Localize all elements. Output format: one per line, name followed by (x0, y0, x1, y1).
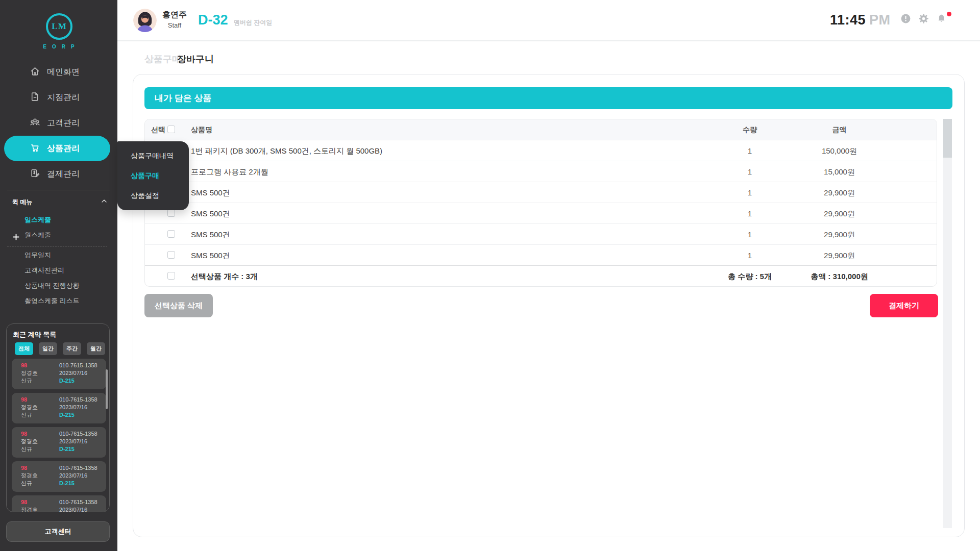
product-name: SMS 500건 (191, 203, 230, 224)
product-price: 29,900원 (792, 203, 887, 224)
sidebar-item-label: 지점관리 (47, 92, 80, 103)
contract-card[interactable]: 98 정경호 신규 010-7615-1358 2023/07/16 D-215 (12, 359, 106, 389)
tab-weekly[interactable]: 주간 (63, 342, 81, 355)
quick-item-shooting-schedule[interactable]: 촬영스케줄 리스트 (0, 293, 117, 309)
product-name: SMS 500건 (191, 245, 230, 266)
cart-icon (30, 142, 40, 155)
tab-all[interactable]: 전체 (15, 342, 33, 355)
sidebar-item-products[interactable]: 상품관리 (4, 136, 110, 161)
contract-badge: 98 (21, 431, 27, 437)
breadcrumb-parent[interactable]: 상품구매 (144, 53, 181, 65)
contract-badge: 98 (21, 362, 27, 369)
product-qty: 1 (704, 224, 796, 245)
cart-row: SMS 500건 1 29,900원 (145, 244, 937, 265)
quick-item-daily-schedule[interactable]: 일스케줄 (0, 212, 117, 228)
quick-menu-header[interactable]: 퀵 메뉴 (12, 198, 109, 207)
contract-date: 2023/07/16 (59, 438, 87, 445)
contract-phone: 010-7615-1358 (59, 499, 97, 506)
chevron-up-icon[interactable] (100, 197, 108, 207)
cart-table-header: 선택 상품명 수량 금액 (145, 119, 937, 140)
product-name: 프로그램 사용료 2개월 (191, 161, 268, 182)
contract-name: 정경호 (21, 507, 38, 512)
product-qty: 1 (704, 245, 796, 266)
home-icon (30, 66, 40, 79)
contract-badge: 98 (21, 465, 27, 471)
products-submenu-popup: 상품구매내역 상품구매 상품설정 (117, 141, 189, 210)
product-qty: 1 (704, 203, 796, 224)
product-price: 150,000원 (792, 140, 887, 161)
contract-date: 2023/07/16 (59, 404, 87, 411)
row-checkbox[interactable] (167, 209, 175, 217)
quick-item-customer-photos[interactable]: 고객사진관리 (0, 263, 117, 278)
settings-gear-icon[interactable] (918, 13, 929, 24)
contract-phone: 010-7615-1358 (59, 465, 97, 471)
product-qty: 1 (704, 140, 796, 161)
user-name: 홍연주 (159, 10, 190, 20)
bell-icon[interactable] (936, 13, 947, 24)
quick-item-work-log[interactable]: 업무일지 (0, 247, 117, 263)
membership-dday-label: 멤버쉽 잔여일 (234, 18, 272, 27)
total-price-label: 총액 : (811, 272, 830, 281)
quick-menu-title: 퀵 메뉴 (12, 198, 32, 206)
contract-type: 신규 (21, 412, 32, 418)
summary-checkbox[interactable] (167, 272, 175, 280)
product-qty: 1 (704, 161, 796, 182)
contract-date: 2023/07/16 (59, 370, 87, 377)
customer-center-button[interactable]: 고객센터 (6, 521, 110, 542)
membership-dday: D-32 (198, 12, 228, 28)
contract-card[interactable]: 98 정경호 신규 010-7615-1358 2023/07/16 D-215 (12, 495, 106, 512)
sidebar-item-customers[interactable]: 고객관리 (4, 110, 110, 136)
quick-menu-dashed-divider (7, 246, 107, 246)
avatar[interactable] (133, 9, 157, 32)
tab-monthly[interactable]: 월간 (87, 342, 105, 355)
column-select: 선택 (151, 119, 165, 140)
product-name: 1번 패키지 (DB 300개, SMS 500건, 스토리지 월 500GB) (191, 140, 382, 161)
recent-list-scrollbar[interactable] (106, 369, 108, 409)
people-icon (30, 117, 40, 130)
column-product-name: 상품명 (191, 119, 212, 140)
recent-contracts-title: 최근 계약 목록 (13, 330, 56, 339)
payment-icon (30, 168, 40, 181)
sidebar-item-branch[interactable]: 지점관리 (4, 85, 110, 110)
submenu-item-product-settings[interactable]: 상품설정 (117, 186, 189, 206)
column-quantity: 수량 (704, 119, 796, 140)
sidebar-item-main[interactable]: 메인화면 (4, 59, 110, 85)
delete-selected-button[interactable]: 선택상품 삭제 (144, 294, 213, 317)
pay-button[interactable]: 결제하기 (870, 294, 938, 317)
user-info: 홍연주 Staff (159, 10, 190, 29)
contract-card[interactable]: 98 정경호 신규 010-7615-1358 2023/07/16 D-215 (12, 461, 106, 492)
row-checkbox[interactable] (167, 251, 175, 259)
contract-card[interactable]: 98 정경호 신규 010-7615-1358 2023/07/16 D-215 (12, 427, 106, 458)
quick-item-product-progress[interactable]: 상품내역 진행상황 (0, 278, 117, 293)
row-checkbox[interactable] (167, 230, 175, 238)
sidebar-divider (7, 190, 110, 190)
contract-name: 정경호 (21, 438, 38, 445)
contract-type: 신규 (21, 378, 32, 384)
top-header: 홍연주 Staff D-32 멤버쉽 잔여일 11:45PM (117, 0, 980, 41)
product-name: SMS 500건 (191, 182, 230, 203)
total-price: 총액 : 310,000원 (792, 266, 887, 287)
tab-daily[interactable]: 일간 (39, 342, 57, 355)
select-all-checkbox[interactable] (167, 126, 175, 133)
cart-row: 프로그램 사용료 2개월 1 15,000원 (145, 161, 937, 182)
contract-dday: D-215 (59, 480, 75, 487)
content-scrollbar-track (943, 119, 952, 528)
quick-item-monthly-schedule[interactable]: 월스케줄 (0, 228, 117, 243)
contract-phone: 010-7615-1358 (59, 431, 97, 437)
cart-banner: 내가 담은 상품 (144, 87, 952, 109)
clock-time: 11:45 (830, 12, 866, 28)
recent-contracts-panel: 최근 계약 목록 전체 일간 주간 월간 98 정경호 신규 010-7615-… (6, 323, 110, 512)
content-scrollbar-thumb[interactable] (943, 119, 952, 158)
contract-card[interactable]: 98 정경호 신규 010-7615-1358 2023/07/16 D-215 (12, 393, 106, 423)
cart-row: 1번 패키지 (DB 300개, SMS 500건, 스토리지 월 500GB)… (145, 140, 937, 161)
plus-icon[interactable] (12, 231, 20, 246)
contract-dday: D-215 (59, 412, 75, 418)
sidebar-item-payments[interactable]: 결제관리 (4, 161, 110, 187)
product-qty: 1 (704, 182, 796, 203)
info-icon[interactable] (900, 13, 911, 24)
quick-menu-list: 일스케줄 월스케줄 (0, 212, 117, 243)
contract-dday: D-215 (59, 378, 75, 384)
submenu-item-purchase[interactable]: 상품구매 (117, 166, 189, 186)
sidebar-item-label: 결제관리 (47, 169, 80, 180)
submenu-item-purchase-history[interactable]: 상품구매내역 (117, 146, 189, 166)
